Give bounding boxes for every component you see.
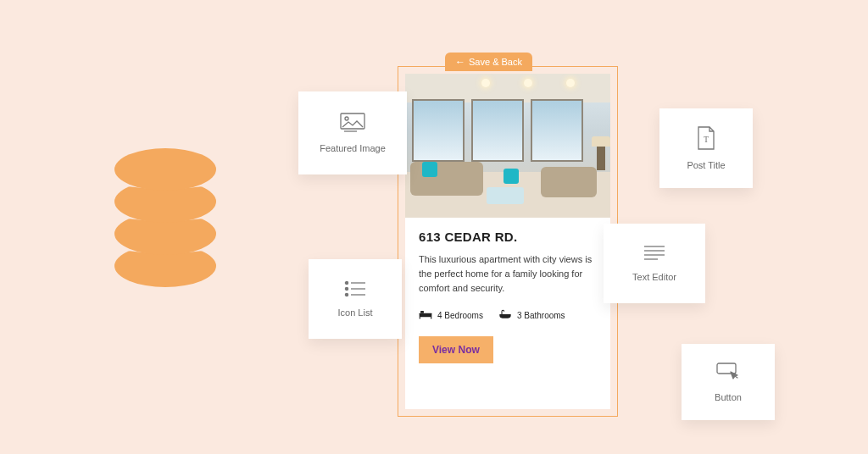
svg-rect-3	[420, 311, 424, 313]
widget-post-title[interactable]: T Post Title	[659, 108, 753, 188]
document-title-icon: T	[696, 126, 716, 152]
widget-featured-image[interactable]: Featured Image	[298, 91, 407, 174]
svg-point-7	[345, 281, 348, 284]
svg-rect-4	[341, 114, 364, 129]
svg-rect-18	[717, 363, 736, 374]
template-preview-frame: 613 CEDAR RD. This luxurious apartment w…	[398, 66, 618, 417]
listing-meta-row: 4 Bedrooms 3 Bathrooms	[419, 309, 597, 321]
widget-label: Button	[715, 392, 742, 402]
svg-point-5	[345, 117, 348, 120]
paragraph-icon	[643, 245, 666, 263]
svg-rect-2	[431, 317, 431, 318]
svg-text:T: T	[704, 135, 709, 144]
database-icon	[114, 148, 216, 284]
svg-point-9	[345, 287, 348, 290]
bedrooms-label: 4 Bedrooms	[437, 311, 483, 320]
listing-title: 613 CEDAR RD.	[419, 230, 597, 244]
widget-label: Icon List	[338, 307, 373, 318]
listing-hero-image	[405, 74, 610, 218]
widget-text-editor[interactable]: Text Editor	[604, 224, 705, 303]
image-icon	[340, 113, 365, 135]
widget-button[interactable]: Button	[682, 344, 775, 420]
bedrooms-meta: 4 Bedrooms	[419, 309, 483, 321]
view-now-button[interactable]: View Now	[419, 336, 493, 363]
listing-card: 613 CEDAR RD. This luxurious apartment w…	[405, 74, 610, 409]
listing-description: This luxurious apartment with city views…	[419, 252, 597, 296]
bathrooms-label: 3 Bathrooms	[517, 311, 565, 320]
svg-point-11	[345, 293, 348, 296]
button-click-icon	[715, 362, 741, 384]
bath-icon	[498, 309, 512, 321]
widget-label: Post Title	[687, 160, 725, 170]
svg-rect-0	[420, 313, 432, 318]
bed-icon	[419, 309, 432, 321]
widget-label: Text Editor	[632, 272, 676, 282]
list-icon	[344, 280, 366, 299]
bathrooms-meta: 3 Bathrooms	[498, 309, 565, 321]
svg-rect-1	[420, 317, 420, 318]
widget-label: Featured Image	[320, 143, 386, 153]
widget-icon-list[interactable]: Icon List	[309, 259, 402, 339]
